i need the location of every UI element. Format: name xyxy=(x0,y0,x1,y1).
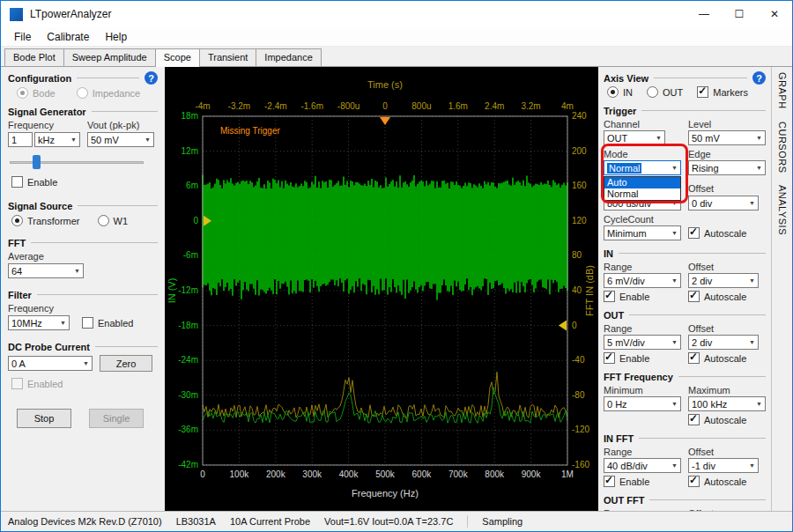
frequency-label: Frequency xyxy=(8,120,82,130)
chevron-down-icon: ▼ xyxy=(669,277,678,284)
axis-tick-label: 0 xyxy=(572,321,577,330)
help-icon[interactable]: ? xyxy=(752,71,766,85)
tab-scope[interactable]: Scope xyxy=(155,48,200,67)
menu-help[interactable]: Help xyxy=(97,29,135,45)
side-tab-analysis[interactable]: ANALYSIS xyxy=(777,185,788,235)
axis-tick-label: 2.4m xyxy=(485,101,504,111)
checkbox-box xyxy=(688,291,700,302)
average-label: Average xyxy=(8,251,44,262)
minimize-button[interactable]: — xyxy=(686,1,722,27)
chevron-down-icon: ▼ xyxy=(669,462,678,469)
fft-frequency-header: FFT Frequency xyxy=(604,371,766,382)
trigger-time-marker[interactable] xyxy=(380,117,390,125)
transformer-radio[interactable]: Transformer xyxy=(11,215,80,226)
chevron-down-icon: ▼ xyxy=(746,339,755,345)
zero-button[interactable]: Zero xyxy=(100,355,152,372)
help-icon[interactable]: ? xyxy=(145,71,158,85)
w1-radio[interactable]: W1 xyxy=(98,215,129,226)
in-fft-autoscale-checkbox[interactable]: Autoscale xyxy=(688,476,766,487)
filter-enabled-checkbox[interactable]: Enabled xyxy=(82,317,133,329)
axis-tick-label: 240 xyxy=(572,111,587,121)
in-fft-enable-checkbox[interactable]: Enable xyxy=(604,476,681,487)
tab-impedance[interactable]: Impedance xyxy=(256,48,321,66)
in-range-select[interactable]: 6 mV/div ▼ xyxy=(604,273,681,288)
offset-label: Offset xyxy=(688,262,766,272)
radio-dot xyxy=(17,87,28,99)
vout-select[interactable]: 50 mV ▼ xyxy=(87,132,154,147)
axis-in-radio[interactable]: IN xyxy=(607,86,633,98)
axis-tick-label: -3.2m xyxy=(228,101,251,111)
trigger-offset-select[interactable]: 0 div ▼ xyxy=(688,196,759,211)
in-offset-select[interactable]: 2 div ▼ xyxy=(688,273,759,288)
stop-button[interactable]: Stop xyxy=(17,409,71,428)
axis-tick-label: 0 xyxy=(382,101,388,111)
in-fft-offset-select[interactable]: -1 div ▼ xyxy=(688,458,759,473)
slider-thumb[interactable] xyxy=(33,155,41,169)
fft-frequency-labels: Minimum Maximum xyxy=(604,385,766,395)
fft-minimum-select[interactable]: 0 Hz ▼ xyxy=(604,396,681,411)
radio-dot xyxy=(607,86,619,98)
generator-enable-checkbox[interactable]: Enable xyxy=(11,176,57,188)
time-waveform xyxy=(203,174,567,299)
out-range-select[interactable]: 5 mV/div ▼ xyxy=(604,335,681,350)
in-autoscale-checkbox[interactable]: Autoscale xyxy=(688,291,766,302)
axis-out-radio[interactable]: OUT xyxy=(647,86,683,98)
trigger-autoscale-checkbox[interactable]: Autoscale xyxy=(688,227,766,239)
filter-frequency-select[interactable]: 10MHz ▼ xyxy=(8,315,70,330)
axis-tick-label: 500k xyxy=(375,469,396,479)
signal-generator-title: Signal Generator xyxy=(8,107,86,117)
dc-probe-current-select[interactable]: 0 A ▼ xyxy=(8,356,93,371)
tab-sweep-amplitude[interactable]: Sweep Amplitude xyxy=(63,48,156,66)
cyclecount-select[interactable]: Minimum ▼ xyxy=(604,225,681,240)
trigger-mode-select[interactable]: Normal ▼ Auto Normal xyxy=(604,160,681,175)
trigger-offset-label: Offset xyxy=(688,183,766,194)
in-fft-range-select[interactable]: 40 dB/div ▼ xyxy=(604,458,681,473)
side-tab-cursors[interactable]: CURSORS xyxy=(777,122,788,174)
in-enable-checkbox[interactable]: Enable xyxy=(604,291,681,302)
axis-tick-label: -12m xyxy=(178,285,198,295)
filter-header: Filter xyxy=(8,289,158,300)
trigger-level-input[interactable]: 50 mV ▼ xyxy=(688,130,766,145)
out-fft-labels: Range Offset xyxy=(604,508,766,511)
markers-checkbox[interactable]: Markers xyxy=(697,86,748,98)
fft-average-select[interactable]: 64 ▼ xyxy=(8,263,84,278)
frequency-input[interactable]: 1 xyxy=(8,132,33,147)
maximize-button[interactable]: ☐ xyxy=(722,1,757,27)
axis-tick-label: -800u xyxy=(337,101,360,111)
trigger-edge-select[interactable]: Rising ▼ xyxy=(688,160,766,175)
trigger-level-marker[interactable] xyxy=(559,321,567,331)
amplitude-slider[interactable] xyxy=(10,155,144,169)
axis-tick-label: 1.6m xyxy=(448,101,468,111)
trigger-row-labels-1: Channel Level xyxy=(604,119,766,129)
divider xyxy=(619,253,766,254)
cyclecount-label: CycleCount xyxy=(604,214,681,225)
tab-transient[interactable]: Transient xyxy=(199,48,256,66)
status-board: LB3031A xyxy=(176,516,216,527)
out-offset-select[interactable]: 2 div ▼ xyxy=(688,335,759,350)
axis-tick-label: 600k xyxy=(412,469,433,479)
mode-option-auto[interactable]: Auto xyxy=(604,177,680,188)
chevron-down-icon: ▼ xyxy=(142,137,151,143)
out-autoscale-checkbox[interactable]: Autoscale xyxy=(688,352,766,364)
side-tab-graph[interactable]: GRAPH xyxy=(777,72,788,109)
chevron-down-icon: ▼ xyxy=(669,200,678,206)
out-enable-checkbox[interactable]: Enable xyxy=(604,352,681,364)
menu-file[interactable]: File xyxy=(6,29,39,45)
close-button[interactable]: ✕ xyxy=(757,1,792,27)
chevron-down-icon: ▼ xyxy=(669,230,678,236)
axis-view-header: Axis View ? xyxy=(604,72,766,84)
chevron-down-icon: ▼ xyxy=(746,462,755,469)
tab-bode-plot[interactable]: Bode Plot xyxy=(4,48,64,66)
fft-maximum-select[interactable]: 100 kHz ▼ xyxy=(688,396,766,411)
mode-option-normal[interactable]: Normal xyxy=(604,188,680,200)
divider xyxy=(31,242,158,243)
status-measurements: Vout=1.6V Iout=0.0A T=23.7C xyxy=(324,516,453,527)
trigger-channel-select[interactable]: OUT ▼ xyxy=(604,130,665,145)
left-axis-title: IN (V) xyxy=(167,278,177,304)
fft-frequency-autoscale-checkbox[interactable]: Autoscale xyxy=(688,414,766,425)
frequency-unit-select[interactable]: kHz ▼ xyxy=(34,132,80,147)
axis-tick-label: -160 xyxy=(572,460,589,469)
menu-calibrate[interactable]: Calibrate xyxy=(39,29,97,45)
axis-tick-label: -120 xyxy=(572,425,589,434)
trigger-row-controls-2: Normal ▼ Auto Normal Rising ▼ xyxy=(604,160,766,175)
